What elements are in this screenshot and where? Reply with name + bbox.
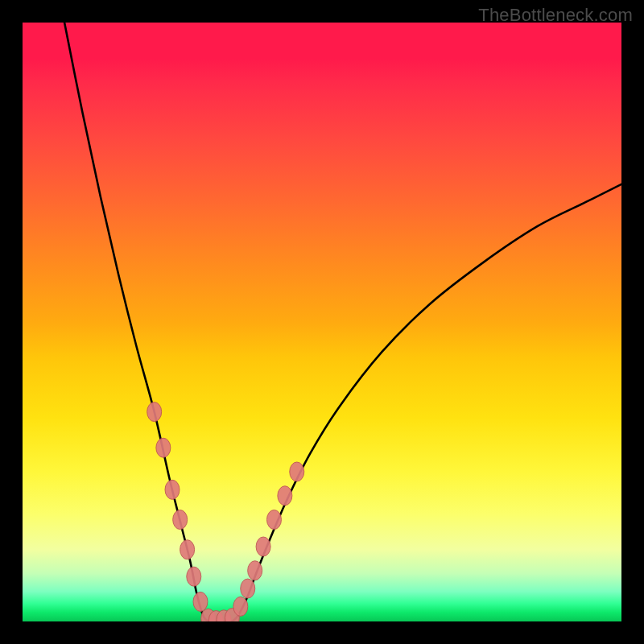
marker-dot	[193, 592, 208, 611]
outer-frame: TheBottleneck.com	[0, 0, 644, 644]
marker-dot	[187, 567, 201, 586]
v-curve-path	[64, 23, 621, 621]
bottleneck-curve	[64, 23, 621, 621]
marker-dot	[241, 579, 255, 598]
marker-dot	[165, 480, 180, 499]
plot-panel	[23, 23, 621, 621]
marker-dot	[147, 402, 162, 422]
marker-dot	[256, 537, 270, 556]
curve-layer	[23, 23, 621, 621]
marker-dot	[266, 510, 281, 530]
marker-dot	[180, 540, 195, 559]
marker-dot	[233, 597, 248, 616]
marker-dot	[173, 510, 188, 530]
marker-dot	[278, 486, 292, 506]
marker-dot	[156, 438, 171, 457]
marker-dot	[290, 462, 304, 481]
marker-dot	[248, 561, 262, 580]
watermark-text: TheBottleneck.com	[478, 5, 633, 26]
